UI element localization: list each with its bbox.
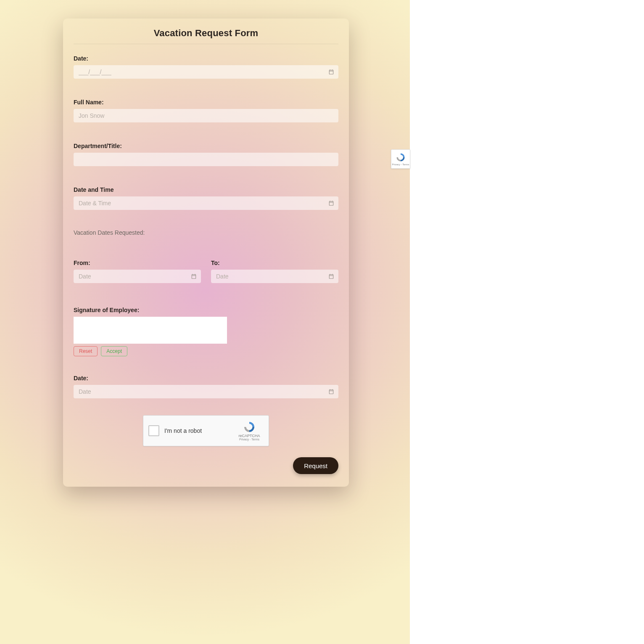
fullname-input[interactable] <box>74 109 338 122</box>
field-from: From: <box>74 260 201 283</box>
form-body: Date: Full Name: Department/Title: Date … <box>63 55 349 446</box>
field-date: Date: <box>74 55 338 79</box>
signature-buttons: Reset Accept <box>74 346 338 356</box>
field-datetime: Date and Time <box>74 186 338 210</box>
form-card: Vacation Request Form Date: Full Name: D… <box>63 19 349 487</box>
field-department: Department/Title: <box>74 143 338 166</box>
to-date-input[interactable] <box>211 270 338 283</box>
label-date-2: Date: <box>74 375 338 382</box>
label-signature: Signature of Employee: <box>74 307 338 313</box>
submit-row: Request <box>63 457 349 474</box>
department-input[interactable] <box>74 153 338 166</box>
input-wrap-department <box>74 153 338 166</box>
input-wrap-fullname <box>74 109 338 122</box>
vacation-dates-note: Vacation Dates Requested: <box>74 229 338 236</box>
accept-button[interactable]: Accept <box>101 346 127 356</box>
input-wrap-datetime <box>74 196 338 210</box>
signature-canvas[interactable] <box>74 317 227 344</box>
date2-input[interactable] <box>74 385 338 398</box>
label-department: Department/Title: <box>74 143 338 149</box>
field-to: To: <box>211 260 338 283</box>
label-from: From: <box>74 260 201 266</box>
label-datetime: Date and Time <box>74 186 338 193</box>
label-date: Date: <box>74 55 338 62</box>
recaptcha-badge-text: Privacy - Terms <box>392 163 409 166</box>
field-date-2: Date: <box>74 375 338 398</box>
field-signature: Signature of Employee: Reset Accept <box>74 307 338 356</box>
reset-button[interactable]: Reset <box>74 346 98 356</box>
label-fullname: Full Name: <box>74 99 338 106</box>
recaptcha-badge-icon <box>396 152 406 162</box>
recaptcha-brand-block: reCAPTCHA Privacy - Terms <box>235 421 264 441</box>
form-title: Vacation Request Form <box>74 27 338 44</box>
recaptcha-label: I'm not a robot <box>164 427 235 434</box>
recaptcha-logo-icon <box>243 421 256 433</box>
from-date-input[interactable] <box>74 270 201 283</box>
input-wrap-date <box>74 65 338 79</box>
field-fullname: Full Name: <box>74 99 338 122</box>
datetime-input[interactable] <box>74 196 338 210</box>
date-input[interactable] <box>74 65 338 79</box>
row-from-to: From: To: <box>74 260 338 283</box>
request-button[interactable]: Request <box>293 457 338 474</box>
input-wrap-from <box>74 270 201 283</box>
recaptcha-widget: I'm not a robot reCAPTCHA Privacy - Term… <box>143 415 269 446</box>
input-wrap-date-2 <box>74 385 338 398</box>
input-wrap-to <box>211 270 338 283</box>
label-to: To: <box>211 260 338 266</box>
recaptcha-brand-text: reCAPTCHA <box>235 434 264 438</box>
recaptcha-checkbox[interactable] <box>148 425 159 436</box>
recaptcha-badge[interactable]: Privacy - Terms <box>391 149 410 169</box>
recaptcha-links[interactable]: Privacy - Terms <box>235 438 264 441</box>
